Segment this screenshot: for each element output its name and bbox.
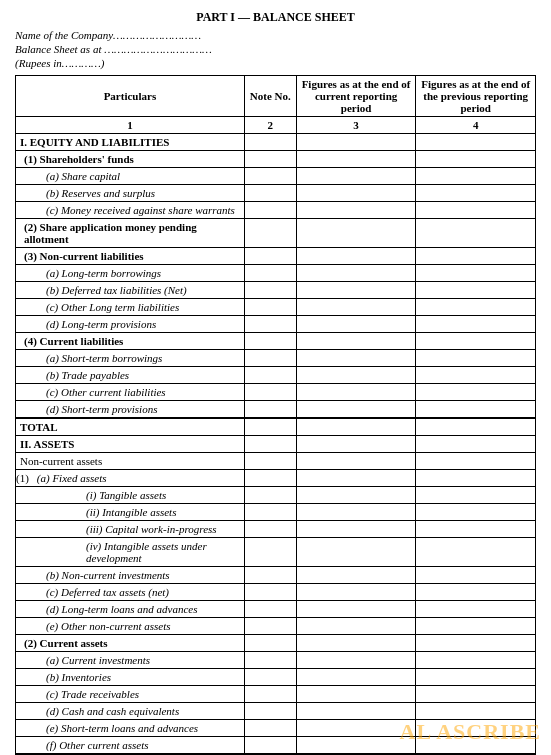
table-row: (1) Shareholders' funds	[16, 151, 536, 168]
balance-sheet-table: Particulars Note No. Figures as at the e…	[15, 75, 536, 755]
table-row: (d) Long-term loans and advances	[16, 601, 536, 618]
table-row: (a) Short-term borrowings	[16, 350, 536, 367]
table-row: (a) Current investments	[16, 652, 536, 669]
table-row: (d) Cash and cash equivalents	[16, 703, 536, 720]
table-row: (2) Share application money pending allo…	[16, 219, 536, 248]
table-row: (b) Trade payables	[16, 367, 536, 384]
table-row: (c) Other Long term liabilities	[16, 299, 536, 316]
table-row: (c) Other current liabilities	[16, 384, 536, 401]
table-row: TOTAL	[16, 418, 536, 436]
table-row: (f) Other current assets	[16, 737, 536, 755]
table-row: (d) Short-term provisions	[16, 401, 536, 419]
table-row: Non-current assets	[16, 453, 536, 470]
table-row: (i) Tangible assets	[16, 487, 536, 504]
col3-num: 3	[296, 117, 416, 134]
table-row: II. ASSETS	[16, 436, 536, 453]
col-particulars-header: Particulars	[16, 76, 245, 117]
col2-num: 2	[244, 117, 296, 134]
table-row: (d) Long-term provisions	[16, 316, 536, 333]
table-row: (b) Inventories	[16, 669, 536, 686]
table-row: (a) Share capital	[16, 168, 536, 185]
col-previous-header: Figures as at the end of the previous re…	[416, 76, 536, 117]
table-row: (c) Money received against share warrant…	[16, 202, 536, 219]
table-row: (b) Deferred tax liabilities (Net)	[16, 282, 536, 299]
table-row: (a) Long-term borrowings	[16, 265, 536, 282]
currency-meta: (Rupees in…………)	[15, 57, 536, 69]
balance-meta: Balance Sheet as at ……………………………	[15, 43, 536, 55]
table-row: (1)(a) Fixed assets	[16, 470, 536, 487]
table-row: (3) Non-current liabilities	[16, 248, 536, 265]
table-row: (2) Current assets	[16, 635, 536, 652]
table-row: (iv) Intangible assets under development	[16, 538, 536, 567]
table-row: I. EQUITY AND LIABILITIES	[16, 134, 536, 151]
table-row: (4) Current liabilities	[16, 333, 536, 350]
table-row: (b) Reserves and surplus	[16, 185, 536, 202]
table-row: (b) Non-current investments	[16, 567, 536, 584]
table-row: (ii) Intangible assets	[16, 504, 536, 521]
table-row: (c) Deferred tax assets (net)	[16, 584, 536, 601]
company-meta: Name of the Company………………………	[15, 29, 536, 41]
page-title: PART I — BALANCE SHEET	[15, 10, 536, 25]
col4-num: 4	[416, 117, 536, 134]
table-row: (e) Short-term loans and advances	[16, 720, 536, 737]
table-row: (iii) Capital work-in-progress	[16, 521, 536, 538]
table-row: (e) Other non-current assets	[16, 618, 536, 635]
table-row: (c) Trade receivables	[16, 686, 536, 703]
col-note-header: Note No.	[244, 76, 296, 117]
col-current-header: Figures as at the end of current reporti…	[296, 76, 416, 117]
col1-num: 1	[16, 117, 245, 134]
